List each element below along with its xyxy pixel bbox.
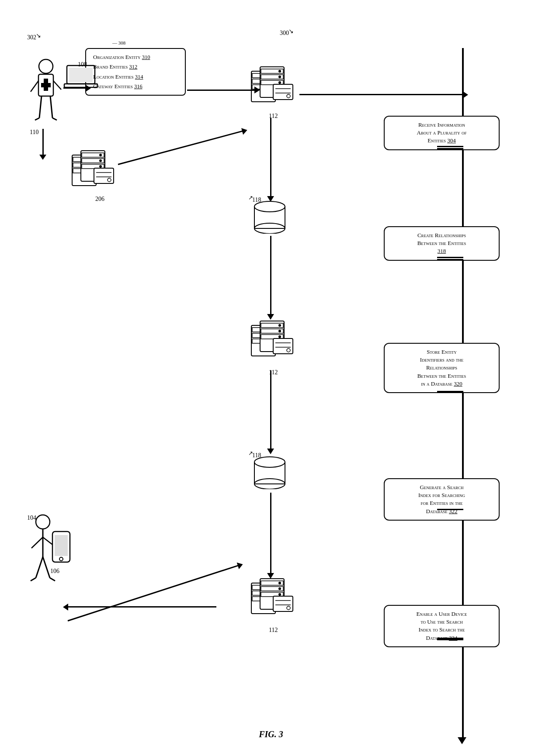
svg-line-9 [53,81,61,90]
arrow-server1-down [270,118,271,197]
step-322-box: Generate a SearchIndex for Searchingfor … [384,478,500,521]
svg-rect-12 [64,84,97,87]
svg-point-85 [99,159,102,162]
svg-rect-11 [69,68,93,82]
ref-308: — 308 [112,39,125,47]
svg-rect-100 [55,535,68,556]
ref-104: 104 [27,514,36,521]
phone-icon [50,531,72,566]
svg-point-46 [278,330,281,332]
svg-line-5 [50,96,52,118]
arrow-server2-down [270,370,271,449]
svg-line-4 [39,96,42,118]
svg-point-91 [36,515,50,529]
svg-line-95 [36,557,43,578]
medical-professional-icon [26,57,66,127]
ref-206: 206 [95,196,104,203]
svg-point-84 [99,154,102,156]
server-112-middle [247,319,295,367]
laptop-icon [63,65,98,91]
server-112-bottom [247,576,295,625]
ref-106: 106 [50,568,59,575]
server-206-icon [68,148,116,197]
arrow-person-to-entity [63,87,86,89]
svg-point-67 [278,587,281,590]
figure-caption: FIG. 3 [0,729,542,739]
svg-point-45 [278,324,281,327]
connector-304 [437,146,463,147]
arrow-entity-to-server1 [187,90,255,91]
ref-112c: 112 [269,627,278,634]
arrow-person-down [42,129,44,155]
ref-300: 300 [280,30,289,37]
step-318-box: Create RelationshipsBetween the Entities… [384,226,500,261]
server-112-top [247,65,295,113]
svg-point-26 [278,81,281,84]
diagram-container: 302 ↘ 300 ↘ — 308 Organization Entity 31… [0,0,542,756]
ref-302: 302 [27,34,36,41]
database-118a-icon [250,199,289,234]
arrow-server3-to-user [68,606,216,608]
step-324-box: Enable a User Deviceto Use the SearchInd… [384,605,500,647]
step-304-box: Receive InformationAbout a Plurality ofE… [384,116,500,150]
svg-point-86 [99,165,102,168]
svg-point-66 [278,582,281,584]
svg-point-68 [278,593,281,596]
ref-118a: 118 [252,197,261,204]
svg-line-93 [31,537,43,548]
ref-110: 110 [30,129,38,136]
svg-line-96 [43,557,50,578]
svg-line-97 [31,578,36,581]
svg-rect-3 [41,83,51,87]
step-320-box: Store EntityIdentifiers and theRelations… [384,343,500,393]
ref-118b: 118 [252,452,261,459]
svg-line-7 [52,118,57,120]
ref-108: 108 [78,61,87,68]
connector-318 [437,257,463,258]
svg-point-25 [278,76,281,78]
svg-line-8 [31,81,38,92]
arrow-server-to-flowchart [299,94,463,95]
arrow-db1-to-server2 [270,236,271,314]
entity-box: — 308 Organization Entity 310 Brand Enti… [85,48,186,96]
svg-point-47 [278,335,281,338]
svg-line-98 [50,578,55,581]
svg-point-0 [39,59,53,73]
svg-point-24 [278,70,281,72]
arrow-server206-to-server112 [118,131,243,165]
arrow-db2-to-server3 [270,493,271,573]
arrow-user-to-server3 [68,565,239,621]
svg-line-6 [35,118,39,120]
database-118b-icon [250,454,289,489]
